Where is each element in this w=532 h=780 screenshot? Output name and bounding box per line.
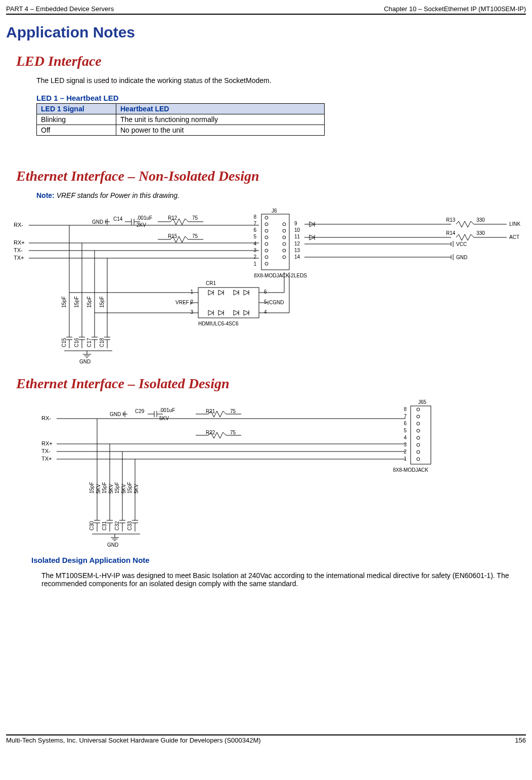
svg-text:12: 12 [294, 241, 300, 247]
note-text: VREF stands for Power in this drawing. [57, 191, 180, 199]
svg-text:2: 2 [253, 254, 256, 260]
svg-text:1: 1 [190, 289, 193, 295]
cell-signal: Blinking [37, 114, 116, 125]
svg-text:4: 4 [264, 309, 267, 315]
svg-point-28 [265, 242, 268, 245]
svg-text:15pF: 15pF [74, 296, 79, 308]
svg-text:15pF: 15pF [89, 482, 95, 494]
label-r15v: 75 [192, 233, 198, 239]
label-gnd-bottom: GND [79, 359, 91, 363]
led-table-title: LED 1 – Heartbeat LED [36, 94, 526, 102]
label-modjack2: 8X8-MODJACK [393, 467, 428, 473]
cap-c16: 15pF C16 [74, 296, 85, 348]
section-eth-iso: Ethernet Interface – Isolated Design [16, 376, 526, 392]
svg-point-150 [417, 408, 420, 411]
svg-point-39 [283, 229, 286, 232]
label-j65: J65 [418, 399, 427, 405]
svg-text:C32: C32 [114, 521, 120, 530]
label-c29: C29 [135, 408, 145, 414]
page-title: Application Notes [6, 24, 526, 41]
svg-text:4: 4 [253, 241, 256, 247]
table-row: Blinking The unit is functioning normall… [37, 114, 325, 125]
cap-c30: 15pF 5KV C30 [89, 482, 101, 531]
iso-app-note-body: The MT100SEM-L-HV-IP was designed to mee… [41, 571, 521, 588]
svg-text:3: 3 [404, 442, 407, 447]
label-cr1: CR1 [206, 280, 216, 286]
th-desc: Heartbeat LED [116, 104, 325, 114]
label-cgnd: CGND [269, 300, 284, 305]
label-c14: C14 [113, 216, 123, 222]
svg-text:6: 6 [404, 421, 407, 426]
svg-text:5KV: 5KV [121, 484, 126, 494]
svg-text:15pF: 15pF [86, 296, 92, 308]
label-modjack: 8X8-MODJACK-2LEDS [254, 273, 307, 278]
svg-text:14: 14 [294, 254, 300, 260]
cell-signal: Off [37, 125, 116, 136]
svg-text:15pF: 15pF [102, 482, 107, 494]
section-eth-noniso: Ethernet Interface – Non-Isolated Design [16, 168, 526, 184]
svg-point-151 [417, 415, 420, 418]
svg-text:5KV: 5KV [134, 484, 139, 494]
svg-text:10: 10 [294, 227, 300, 233]
table-row: Off No power to the unit [37, 125, 325, 136]
svg-point-42 [283, 249, 286, 252]
label-tx-minus: TX- [41, 448, 51, 454]
svg-point-154 [417, 436, 420, 439]
svg-text:15pF: 15pF [61, 296, 67, 308]
label-c14v: .001uF [137, 215, 152, 221]
label-r22v: 75 [230, 430, 236, 435]
svg-point-152 [417, 422, 420, 425]
label-r14: R14 [446, 230, 456, 236]
cap-c15: 15pF C15 [61, 296, 72, 348]
svg-point-25 [265, 223, 268, 226]
label-c29r: 5KV [159, 416, 169, 421]
footer-left: Multi-Tech Systems, Inc. Universal Socke… [6, 736, 261, 744]
page-header: PART 4 – Embedded Device Servers Chapter… [6, 5, 526, 15]
schematic-noniso: RX- RX+ TX- TX+ GND C14 .001uF 2KV R12 [6, 207, 532, 363]
svg-text:5KV: 5KV [96, 484, 101, 494]
table-row: LED 1 Signal Heartbeat LED [37, 104, 325, 114]
th-signal: LED 1 Signal [37, 104, 116, 114]
footer-right: 156 [515, 736, 526, 744]
j6-pins-right: 9 10 11 12 13 14 [283, 221, 300, 260]
svg-text:15pF: 15pF [99, 296, 105, 308]
label-gnd: GND [92, 219, 103, 225]
label-vref: VREF [175, 300, 189, 305]
note-label: Note: [36, 191, 55, 199]
svg-text:3: 3 [253, 248, 256, 253]
svg-marker-73 [244, 290, 249, 295]
svg-point-157 [417, 458, 420, 461]
eth-noniso-note: Note: VREF stands for Power in this draw… [36, 191, 526, 199]
svg-point-153 [417, 429, 420, 432]
header-left: PART 4 – Embedded Device Servers [6, 5, 114, 13]
label-r21v: 75 [230, 408, 236, 414]
svg-text:2: 2 [404, 449, 407, 455]
svg-rect-60 [198, 288, 259, 318]
label-j6: J6 [272, 208, 277, 214]
svg-text:5KV: 5KV [108, 484, 114, 494]
svg-text:1: 1 [253, 261, 256, 267]
j65-pins: 8 7 6 5 4 3 2 1 [404, 406, 420, 462]
label-link: LINK [509, 221, 521, 227]
svg-text:7: 7 [253, 221, 256, 226]
svg-text:7: 7 [404, 414, 407, 419]
label-c29v: .001uF [159, 407, 175, 413]
label-gnd2: GND [107, 542, 118, 547]
svg-text:C16: C16 [74, 338, 79, 347]
svg-text:15pF: 15pF [127, 482, 132, 494]
svg-point-27 [265, 236, 268, 239]
label-r14v: 330 [476, 230, 485, 236]
svg-text:3: 3 [190, 309, 193, 315]
svg-point-30 [265, 256, 268, 259]
label-vcc: VCC [456, 241, 467, 247]
label-hdmi: HDMIULC6-4SC6 [198, 321, 239, 326]
svg-point-40 [283, 236, 286, 239]
cap-c31: 15pF 5KV C31 [102, 482, 114, 531]
svg-point-31 [265, 262, 268, 265]
svg-point-26 [265, 229, 268, 232]
cap-c17: 15pF C17 [86, 296, 98, 348]
svg-text:1: 1 [404, 456, 407, 462]
cell-desc: No power to the unit [116, 125, 325, 136]
svg-text:4: 4 [404, 435, 407, 440]
svg-text:11: 11 [294, 234, 300, 239]
